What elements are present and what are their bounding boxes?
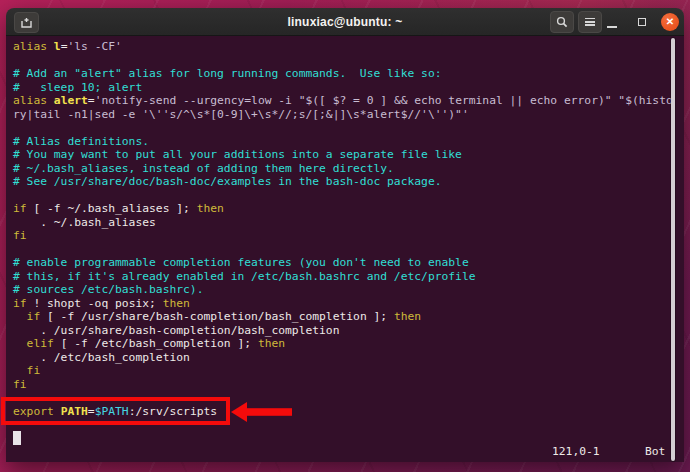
desktop: linuxiac@ubuntu: ~ ✕ alias l='ls -CF'# A… [0, 0, 690, 472]
annotation-highlight-box [1, 397, 230, 425]
terminal-line: # sources /etc/bash.bashrc). [13, 283, 678, 297]
menu-button[interactable] [578, 11, 602, 33]
terminal-line: # See /usr/share/doc/bash-doc/examples i… [13, 175, 678, 189]
search-button[interactable] [550, 11, 574, 33]
titlebar[interactable]: linuxiac@ubuntu: ~ ✕ [6, 8, 684, 36]
terminal-line: fi [13, 229, 678, 243]
terminal-line: # Alias definitions. [13, 135, 678, 149]
terminal-scrollbar[interactable] [671, 38, 675, 461]
terminal-line: if [ -f /usr/share/bash-completion/bash_… [13, 310, 678, 324]
vim-file-position: Bot [645, 445, 665, 458]
terminal-line: # this, if it's already enabled in /etc/… [13, 270, 678, 284]
terminal-window: linuxiac@ubuntu: ~ ✕ alias l='ls -CF'# A… [6, 8, 684, 462]
terminal-line: elif [ -f /etc/bash_completion ]; then [13, 337, 678, 351]
terminal-line: # sleep 10; alert [13, 81, 678, 95]
terminal-line: alias alert='notify-send --urgency=low -… [13, 94, 678, 108]
terminal-line: # You may want to put all your additions… [13, 148, 678, 162]
maximize-button[interactable] [638, 18, 646, 26]
terminal-line: # ~/.bash_aliases, instead of adding the… [13, 162, 678, 176]
close-button[interactable]: ✕ [661, 13, 679, 31]
vim-statusline: 121,0-1 Bot [6, 445, 684, 459]
terminal-line [13, 121, 678, 135]
terminal-line: . /usr/share/bash-completion/bash_comple… [13, 324, 678, 338]
terminal-lines: alias l='ls -CF'# Add an "alert" alias f… [13, 40, 678, 432]
terminal-line: alias l='ls -CF' [13, 40, 678, 54]
close-icon: ✕ [666, 17, 674, 27]
terminal-line [13, 243, 678, 257]
terminal-cursor [13, 431, 21, 445]
terminal-line: fi [13, 378, 678, 392]
terminal-line [13, 54, 678, 68]
terminal-line [13, 189, 678, 203]
annotation-arrow-icon [231, 400, 293, 424]
terminal-line: fi [13, 364, 678, 378]
terminal-line: # Add an "alert" alias for long running … [13, 67, 678, 81]
terminal-line: ry|tail -n1|sed -e '\''s/^\s*[0-9]\+\s*/… [13, 108, 678, 122]
minimize-button[interactable] [607, 26, 617, 28]
terminal-line: . ~/.bash_aliases [13, 216, 678, 230]
terminal-line: if [ -f ~/.bash_aliases ]; then [13, 202, 678, 216]
terminal-line: if ! shopt -oq posix; then [13, 297, 678, 311]
search-icon [556, 16, 568, 28]
vim-ruler: 121,0-1 [552, 445, 600, 458]
terminal-line: . /etc/bash_completion [13, 351, 678, 365]
terminal-line: # enable programmable completion feature… [13, 256, 678, 270]
hamburger-icon [585, 18, 595, 26]
